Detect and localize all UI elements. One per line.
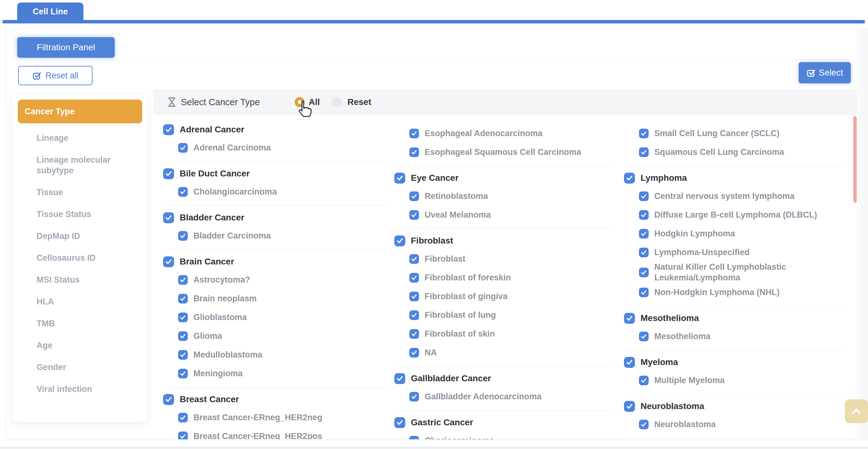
subtype-row[interactable]: Natural Killer Cell Lymphoblastic Leukem… bbox=[624, 262, 846, 283]
subtype-row[interactable]: Gallbladder Adenocarcinoma bbox=[394, 387, 615, 406]
subtype-row[interactable]: Meningioma bbox=[163, 364, 386, 383]
subtype-row[interactable]: Hodgkin Lymphoma bbox=[624, 224, 846, 243]
child-checkbox-checked[interactable] bbox=[409, 129, 419, 138]
subtype-row[interactable]: Bladder Carcinoma bbox=[163, 226, 386, 245]
tab-cell-line[interactable]: Cell Line bbox=[17, 2, 84, 21]
group-header-row[interactable]: Mesothelioma bbox=[624, 310, 846, 327]
group-header-row[interactable]: Eye Cancer bbox=[394, 169, 615, 187]
child-checkbox-checked[interactable] bbox=[409, 392, 419, 402]
sidebar-item-tissue[interactable]: Tissue bbox=[36, 187, 135, 198]
parent-checkbox-checked[interactable] bbox=[163, 256, 174, 267]
subtype-row[interactable]: Fibroblast of lung bbox=[394, 306, 615, 324]
child-checkbox-checked[interactable] bbox=[409, 210, 419, 220]
subtype-row[interactable]: Fibroblast of skin bbox=[394, 324, 615, 343]
child-checkbox-checked[interactable] bbox=[639, 129, 649, 138]
child-checkbox-checked[interactable] bbox=[639, 376, 649, 385]
subtype-row[interactable]: Squamous Cell Lung Carcinoma bbox=[624, 143, 846, 161]
parent-checkbox-checked[interactable] bbox=[624, 357, 635, 368]
child-checkbox-checked[interactable] bbox=[409, 329, 419, 339]
child-checkbox-checked[interactable] bbox=[639, 248, 649, 257]
radio-reset-label[interactable]: Reset bbox=[347, 89, 371, 115]
back-to-top-button[interactable] bbox=[845, 399, 868, 423]
child-checkbox-checked[interactable] bbox=[639, 420, 649, 429]
parent-checkbox-checked[interactable] bbox=[163, 168, 174, 179]
sidebar-item-cancer-type[interactable]: Cancer Type bbox=[18, 100, 142, 123]
child-checkbox-checked[interactable] bbox=[178, 231, 188, 241]
subtype-row[interactable]: Non-Hodgkin Lymphoma (NHL) bbox=[624, 283, 846, 301]
child-checkbox-checked[interactable] bbox=[178, 413, 188, 422]
select-button[interactable]: Select bbox=[799, 62, 851, 84]
child-checkbox-checked[interactable] bbox=[178, 313, 188, 322]
parent-checkbox-checked[interactable] bbox=[394, 173, 405, 184]
child-checkbox-checked[interactable] bbox=[178, 294, 188, 303]
parent-checkbox-checked[interactable] bbox=[394, 373, 405, 384]
child-checkbox-checked[interactable] bbox=[409, 436, 419, 440]
subtype-row[interactable]: Multiple Myeloma bbox=[624, 371, 846, 390]
subtype-row[interactable]: Esophageal Adenocarcinoma bbox=[394, 124, 615, 143]
subtype-row[interactable]: Central nervous system lymphoma bbox=[624, 187, 846, 205]
group-header-row[interactable]: Gastric Cancer bbox=[394, 414, 615, 431]
parent-checkbox-checked[interactable] bbox=[163, 212, 174, 223]
child-checkbox-checked[interactable] bbox=[409, 148, 419, 157]
child-checkbox-checked[interactable] bbox=[409, 310, 419, 320]
parent-checkbox-checked[interactable] bbox=[163, 394, 174, 405]
radio-all[interactable] bbox=[294, 97, 305, 107]
child-checkbox-checked[interactable] bbox=[178, 187, 188, 197]
subtype-row[interactable]: Brain neoplasm bbox=[163, 289, 386, 308]
subtype-row[interactable]: Fibroblast of foreskin bbox=[394, 268, 615, 287]
subtype-row[interactable]: Medulloblastoma bbox=[163, 345, 386, 364]
radio-all-label[interactable]: All bbox=[309, 89, 320, 115]
subtype-row[interactable]: Choriocarcinoma bbox=[394, 431, 615, 439]
child-checkbox-checked[interactable] bbox=[178, 431, 188, 440]
sidebar-item-lineage-molecular-subytype[interactable]: Lineage molecular subytype bbox=[36, 155, 135, 176]
sidebar-item-cellosaurus-id[interactable]: Cellosaurus ID bbox=[36, 253, 135, 263]
child-checkbox-checked[interactable] bbox=[409, 254, 419, 264]
subtype-row[interactable]: Fibroblast of gingiva bbox=[394, 287, 615, 306]
subtype-row[interactable]: NA bbox=[394, 343, 615, 362]
group-header-row[interactable]: Neuroblastoma bbox=[624, 397, 846, 415]
child-checkbox-checked[interactable] bbox=[639, 148, 649, 157]
subtype-row[interactable]: Diffuse Large B-cell Lymphoma (DLBCL) bbox=[624, 205, 846, 224]
subtype-row[interactable]: Neuroblastoma bbox=[624, 415, 846, 434]
subtype-row[interactable]: Mesothelioma bbox=[624, 327, 846, 346]
parent-checkbox-checked[interactable] bbox=[624, 173, 635, 184]
subtype-row[interactable]: Uveal Melanoma bbox=[394, 205, 615, 224]
child-checkbox-checked[interactable] bbox=[178, 350, 188, 360]
group-header-row[interactable]: Adrenal Cancer bbox=[163, 121, 386, 138]
child-checkbox-checked[interactable] bbox=[409, 292, 419, 301]
filtration-panel-button[interactable]: Filtration Panel bbox=[17, 37, 115, 58]
child-checkbox-checked[interactable] bbox=[178, 143, 188, 153]
subtype-row[interactable]: Fibroblast bbox=[394, 250, 615, 268]
sidebar-item-tmb[interactable]: TMB bbox=[36, 318, 135, 329]
sidebar-item-age[interactable]: Age bbox=[36, 340, 135, 351]
sidebar-item-gender[interactable]: Gender bbox=[36, 362, 135, 373]
group-header-row[interactable]: Gallbladder Cancer bbox=[394, 370, 615, 387]
parent-checkbox-checked[interactable] bbox=[163, 124, 174, 135]
sidebar-item-lineage[interactable]: Lineage bbox=[36, 133, 135, 143]
group-header-row[interactable]: Lymphoma bbox=[624, 169, 846, 187]
child-checkbox-checked[interactable] bbox=[639, 288, 649, 297]
group-header-row[interactable]: Brain Cancer bbox=[163, 253, 386, 270]
sidebar-item-depmap-id[interactable]: DepMap ID bbox=[36, 231, 135, 242]
group-header-row[interactable]: Bladder Cancer bbox=[163, 209, 386, 226]
child-checkbox-checked[interactable] bbox=[409, 273, 419, 283]
child-checkbox-checked[interactable] bbox=[639, 229, 649, 238]
sidebar-item-viral-infection[interactable]: Viral infection bbox=[36, 384, 135, 394]
reset-all-button[interactable]: Reset all bbox=[18, 66, 92, 85]
group-header-row[interactable]: Breast Cancer bbox=[163, 391, 386, 408]
parent-checkbox-checked[interactable] bbox=[394, 235, 405, 246]
parent-checkbox-checked[interactable] bbox=[394, 417, 405, 428]
subtype-row[interactable]: Adrenal Carcinoma bbox=[163, 138, 386, 157]
subtype-row[interactable]: Retinoblastoma bbox=[394, 187, 615, 205]
subtype-row[interactable]: Esophageal Squamous Cell Carcinoma bbox=[394, 143, 615, 161]
subtype-row[interactable]: Astrocytoma? bbox=[163, 270, 386, 289]
child-checkbox-checked[interactable] bbox=[178, 331, 188, 341]
subtype-row[interactable]: Glioma bbox=[163, 327, 386, 345]
subtype-row[interactable]: Lymphoma-Unspecified bbox=[624, 243, 846, 262]
subtype-row[interactable]: Breast Cancer-ERneg_HER2neg bbox=[163, 408, 386, 427]
subtype-row[interactable]: Breast Cancer-ERneg_HER2pos bbox=[163, 427, 386, 439]
group-header-row[interactable]: Myeloma bbox=[624, 353, 846, 371]
list-scrollbar-thumb[interactable] bbox=[853, 116, 857, 203]
sidebar-item-msi-status[interactable]: MSI Status bbox=[36, 275, 135, 285]
radio-reset[interactable] bbox=[332, 97, 342, 107]
